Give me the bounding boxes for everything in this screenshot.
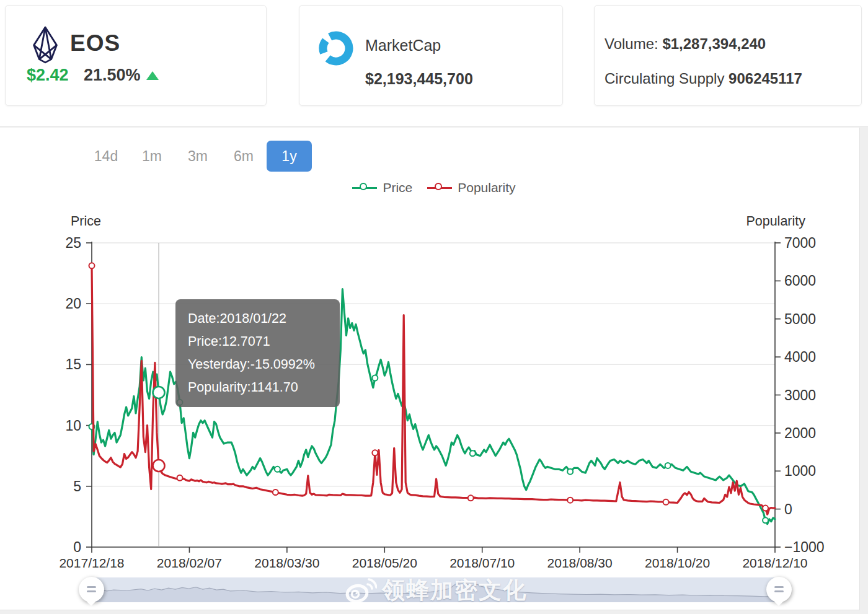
right-axis-title: Popularity [746,214,805,229]
range-button-3m[interactable]: 3m [175,141,221,172]
data-point-marker [763,506,768,511]
range-button-1y[interactable]: 1y [267,141,312,172]
x-axis-tick-label: 2017/12/18 [59,556,124,570]
left-axis-tick-label: 5 [73,478,81,494]
data-point-marker [567,498,573,503]
right-axis-tick-label: 0 [784,501,792,517]
data-point-marker [89,263,95,268]
range-button-6m[interactable]: 6m [221,141,267,172]
left-axis-tick-label: 15 [65,356,81,372]
right-axis-tick-label: 2000 [784,425,816,441]
right-axis-tick-label: 4000 [784,349,816,365]
tooltip-date: Date:2018/01/22 [188,307,327,330]
data-point-marker [470,450,476,456]
left-axis-title: Price [71,214,101,229]
handle-grip-line [774,586,784,588]
tooltip-price: Price:12.7071 [188,330,327,353]
left-axis-tick-label: 20 [65,296,81,312]
data-point-marker [177,475,182,481]
highlight-marker-popularity [153,460,165,471]
highlight-marker-price [153,387,165,398]
data-point-marker [763,517,768,523]
main-chart-canvas[interactable]: 0510152025−10000100020003000400050006000… [0,0,868,614]
tooltip-popularity: Popularity:1141.70 [188,376,327,399]
right-axis-tick-label: 3000 [784,387,816,403]
right-axis-tick-label: 5000 [784,311,816,327]
right-axis-tick-label: −1000 [784,539,825,555]
legend-item-price[interactable]: Price [352,180,412,195]
x-axis-tick-label: 2018/02/07 [157,556,222,570]
data-point-marker [663,499,669,505]
navigator-track[interactable] [93,577,779,602]
left-axis-tick-label: 0 [73,539,81,555]
right-axis-tick-label: 7000 [784,235,816,251]
handle-grip-line [87,586,96,588]
x-axis-tick-label: 2018/12/10 [742,556,807,570]
data-point-marker [468,495,474,501]
range-button-1m[interactable]: 1m [129,141,175,172]
x-axis-tick-label: 2018/10/20 [645,556,710,570]
data-point-marker [273,489,278,495]
handle-grip-line [774,590,784,592]
time-range-selector: 14d1m3m6m1y [83,141,312,172]
x-axis-tick-label: 2018/05/20 [352,556,417,570]
data-point-marker [372,450,378,455]
x-axis-tick-label: 2018/03/30 [254,556,319,570]
data-point-marker [665,463,671,468]
navigator-right-handle[interactable] [766,577,792,602]
left-axis-tick-label: 25 [65,235,81,251]
page: EOS $2.42 21.50% MarketCap $2,193,445,70… [0,0,868,614]
right-axis-tick-label: 6000 [784,273,816,289]
x-axis-tick-label: 2018/07/10 [450,556,515,570]
legend-item-popularity[interactable]: Popularity [427,180,515,195]
range-button-14d[interactable]: 14d [83,141,129,172]
handle-grip-line [87,590,96,592]
chart-legend: PricePopularity [0,180,868,195]
data-point-marker [372,375,378,381]
right-axis-tick-label: 1000 [784,463,816,479]
data-point-marker [275,467,280,472]
x-axis-tick-label: 2018/08/30 [547,556,613,570]
data-point-marker [567,469,573,475]
navigator-left-handle[interactable] [79,577,104,602]
legend-marker-icon [352,183,377,193]
navigator-mini-chart [93,577,779,602]
legend-marker-icon [427,183,452,193]
tooltip-yesterday: Yesterday:-15.0992% [188,353,327,376]
chart-tooltip: Date:2018/01/22 Price:12.7071 Yesterday:… [175,299,340,407]
left-axis-tick-label: 10 [65,418,81,434]
